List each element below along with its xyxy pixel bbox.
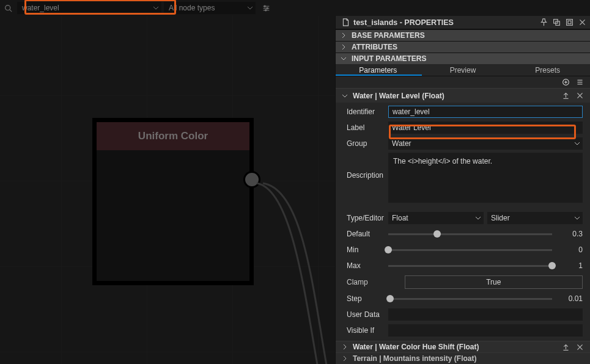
clamp-label: Clamp xyxy=(347,278,368,286)
step-label: Step xyxy=(347,294,388,303)
param-tools xyxy=(336,76,590,88)
close-icon[interactable] xyxy=(578,18,586,26)
group-select[interactable]: Water xyxy=(388,137,583,150)
graph-canvas[interactable]: Uniform Color xyxy=(0,16,335,364)
popout-icon[interactable] xyxy=(553,18,561,26)
node-type-filter-label: All node types xyxy=(169,4,215,12)
filter-options-icon[interactable] xyxy=(258,4,274,12)
chevron-down-icon xyxy=(342,93,348,99)
default-label: Default xyxy=(347,230,388,238)
group-header-water-color[interactable]: Water | Water Color Hue Shift (Float) xyxy=(336,341,590,352)
chevron-right-icon xyxy=(341,32,347,38)
svg-rect-12 xyxy=(568,21,571,24)
tab-parameters[interactable]: Parameters xyxy=(336,64,421,76)
search-icon xyxy=(1,4,15,12)
group-header-text: Water | Water Color Hue Shift (Float) xyxy=(353,343,479,351)
param-tabs: Parameters Preview Presets xyxy=(336,64,590,77)
section-base-parameters[interactable]: BASE PARAMETERS xyxy=(336,29,590,41)
type-select[interactable]: Float xyxy=(388,212,484,224)
default-value[interactable]: 0.3 xyxy=(557,230,583,238)
type-label: Type/Editor xyxy=(347,214,388,222)
description-input[interactable]: The <i>height</i> of the water. xyxy=(388,153,583,203)
group-header-text: Terrain | Mountains intensity (Float) xyxy=(353,354,476,363)
identifier-input[interactable]: water_level xyxy=(388,106,583,118)
search-input[interactable]: water_level xyxy=(17,2,161,14)
max-label: Max xyxy=(347,261,388,270)
max-value[interactable]: 1 xyxy=(557,261,583,270)
step-slider[interactable] xyxy=(388,298,552,300)
tab-preview[interactable]: Preview xyxy=(421,64,506,76)
panel-titlebar: test_islands - PROPERTIES xyxy=(336,16,590,29)
step-value[interactable]: 0.01 xyxy=(557,294,583,303)
expose-icon[interactable] xyxy=(562,92,570,100)
editor-select[interactable]: Slider xyxy=(487,212,583,224)
node-type-filter[interactable]: All node types xyxy=(164,2,256,14)
panel-title-text: test_islands - PROPERTIES xyxy=(353,18,536,27)
node-output-port[interactable] xyxy=(243,171,260,188)
visibleif-input[interactable] xyxy=(388,324,583,337)
menu-icon[interactable] xyxy=(576,78,584,86)
max-slider[interactable] xyxy=(388,265,552,267)
section-attributes[interactable]: ATTRIBUTES xyxy=(336,41,590,53)
maximize-icon[interactable] xyxy=(566,18,573,26)
expose-icon[interactable] xyxy=(562,343,570,351)
group-header-water-level[interactable]: Water | Water Level (Float) xyxy=(336,88,590,103)
graph-toolbar: water_level All node types xyxy=(0,0,590,16)
visibleif-label: Visible If xyxy=(347,326,388,335)
userdata-label: User Data xyxy=(347,310,388,319)
section-label: BASE PARAMETERS xyxy=(352,31,425,40)
chevron-right-icon xyxy=(342,344,348,350)
description-label: Description xyxy=(347,153,388,180)
group-header-terrain[interactable]: Terrain | Mountains intensity (Float) xyxy=(336,352,590,364)
svg-line-1 xyxy=(9,9,11,11)
svg-point-5 xyxy=(264,5,265,7)
userdata-input[interactable] xyxy=(388,308,583,321)
chevron-right-icon xyxy=(341,44,347,50)
delete-icon[interactable] xyxy=(576,92,584,100)
identifier-label: Identifier xyxy=(347,107,388,116)
label-input[interactable]: Water Level xyxy=(388,122,583,134)
svg-point-0 xyxy=(5,5,10,10)
min-slider[interactable] xyxy=(388,249,552,251)
section-label: ATTRIBUTES xyxy=(352,43,397,51)
delete-icon[interactable] xyxy=(576,343,584,351)
svg-point-6 xyxy=(266,7,267,9)
tab-presets[interactable]: Presets xyxy=(505,64,590,76)
param-group-water-level: Water | Water Level (Float) Identifier w… xyxy=(336,88,590,341)
clamp-toggle[interactable]: True xyxy=(405,275,583,289)
min-label: Min xyxy=(347,246,388,254)
label-label: Label xyxy=(347,123,388,132)
pin-icon[interactable] xyxy=(540,18,548,26)
svg-rect-11 xyxy=(567,20,573,26)
properties-panel: test_islands - PROPERTIES BASE PARAMETER… xyxy=(335,16,590,364)
chevron-down-icon xyxy=(341,56,347,62)
group-header-text: Water | Water Level (Float) xyxy=(353,92,444,100)
document-icon xyxy=(342,18,350,26)
default-slider[interactable] xyxy=(388,233,552,235)
min-value[interactable]: 0 xyxy=(557,246,583,254)
node-title: Uniform Color xyxy=(97,122,249,150)
add-icon[interactable] xyxy=(562,78,570,86)
section-label: INPUT PARAMETERS xyxy=(352,54,426,63)
section-input-parameters[interactable]: INPUT PARAMETERS xyxy=(336,53,590,64)
chevron-right-icon xyxy=(342,355,348,362)
node-uniform-color[interactable]: Uniform Color xyxy=(93,118,253,285)
svg-point-7 xyxy=(265,9,266,10)
group-label: Group xyxy=(347,139,388,148)
search-value: water_level xyxy=(22,4,59,12)
